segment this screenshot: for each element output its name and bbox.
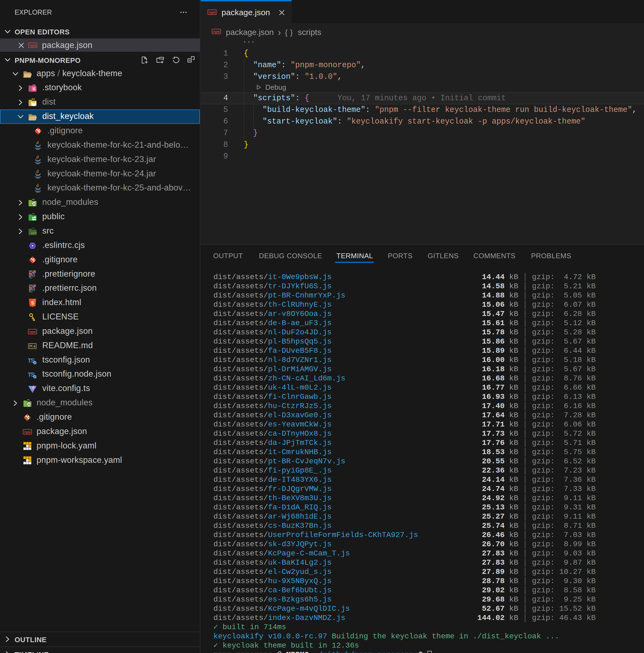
svg-text:</>: </> bbox=[31, 232, 37, 235]
svg-text:JS: JS bbox=[32, 202, 36, 205]
svg-text:npm: npm bbox=[29, 44, 36, 48]
svg-text:JS: JS bbox=[27, 403, 31, 406]
svg-text:npm: npm bbox=[209, 10, 215, 15]
svg-text:npm: npm bbox=[24, 430, 31, 434]
svg-text:5: 5 bbox=[31, 300, 33, 306]
svg-text:S: S bbox=[32, 87, 35, 91]
svg-text:npm: npm bbox=[29, 330, 36, 334]
svg-text:npm: npm bbox=[213, 30, 220, 34]
